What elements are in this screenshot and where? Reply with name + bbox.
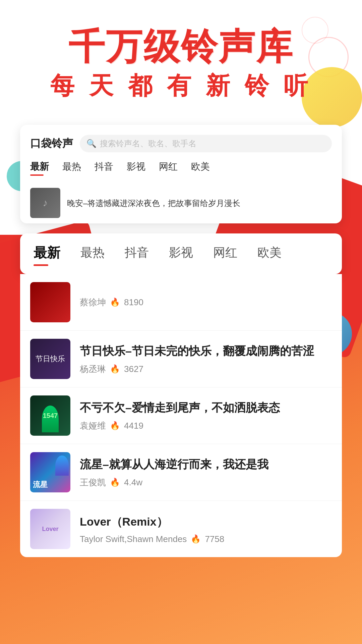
mini-album-art: ♪: [30, 188, 60, 218]
play-count: 8190: [124, 297, 143, 308]
tab-douyin[interactable]: 抖音: [125, 245, 149, 265]
album-art: Lover: [30, 509, 70, 549]
fire-icon: 🔥: [110, 478, 120, 487]
song-meta: 袁娅维 🔥 4419: [80, 420, 332, 432]
mini-app-card: 口袋铃声 🔍 搜索铃声名、歌名、歌手名 最新 最热 抖音 影视 网红 欧美 ♪ …: [20, 125, 342, 223]
play-count: 3627: [124, 364, 143, 374]
mini-song-preview: ♪ 晚安–将遗憾藏进深浓夜色，把故事留给岁月漫长: [30, 182, 332, 223]
tab-wanghong[interactable]: 网红: [213, 245, 237, 265]
song-item[interactable]: Lover Lover（Remix） Taylor Swift,Shawn Me…: [20, 501, 342, 557]
song-title: Lover（Remix）: [80, 514, 332, 530]
play-count: 7758: [205, 534, 224, 544]
hero-title: 千万级铃声库: [20, 27, 342, 67]
artist-name: Taylor Swift,Shawn Mendes: [80, 534, 187, 544]
song-list: 蔡徐坤 🔥 8190 节日快乐 节日快乐–节日未完的快乐，翻覆成闹腾的苦涩 杨丞…: [20, 274, 342, 557]
album-art: 节日快乐: [30, 339, 70, 379]
mini-tab-yingshi[interactable]: 影视: [127, 160, 145, 176]
album-art: 1547: [30, 395, 70, 436]
song-meta: Taylor Swift,Shawn Mendes 🔥 7758: [80, 534, 332, 544]
fire-icon: 🔥: [191, 534, 201, 544]
album-art: 流星: [30, 452, 70, 492]
song-item[interactable]: 节日快乐 节日快乐–节日未完的快乐，翻覆成闹腾的苦涩 杨丞琳 🔥 3627: [20, 331, 342, 387]
song-info: 不亏不欠–爱情走到尾声，不如洒脱表态 袁娅维 🔥 4419: [80, 400, 332, 432]
tab-yingshi[interactable]: 影视: [169, 245, 193, 265]
mini-tab-oumei[interactable]: 欧美: [191, 160, 210, 176]
song-item[interactable]: 蔡徐坤 🔥 8190: [20, 274, 342, 331]
tab-zuire[interactable]: 最热: [80, 245, 105, 265]
song-item[interactable]: 1547 不亏不欠–爱情走到尾声，不如洒脱表态 袁娅维 🔥 4419: [20, 387, 342, 444]
mini-tab-zuire[interactable]: 最热: [62, 160, 81, 176]
song-item[interactable]: 流星 流星–就算从人海逆行而来，我还是我 王俊凯 🔥 4.4w: [20, 444, 342, 501]
artist-name: 王俊凯: [80, 477, 106, 488]
song-info: 蔡徐坤 🔥 8190: [80, 297, 332, 308]
main-content: 千万级铃声库 每 天 都 有 新 铃 听 口袋铃声 🔍 搜索铃声名、歌名、歌手名…: [0, 0, 362, 557]
album-art: [30, 282, 70, 322]
artist-name: 袁娅维: [80, 420, 106, 432]
fire-icon: 🔥: [110, 421, 120, 430]
fire-icon: 🔥: [110, 364, 120, 374]
song-meta: 杨丞琳 🔥 3627: [80, 363, 332, 375]
song-info: Lover（Remix） Taylor Swift,Shawn Mendes 🔥…: [80, 514, 332, 544]
song-meta: 蔡徐坤 🔥 8190: [80, 297, 332, 308]
mini-header: 口袋铃声 🔍 搜索铃声名、歌名、歌手名: [30, 135, 332, 152]
artist-name: 杨丞琳: [80, 363, 106, 375]
song-title: 节日快乐–节日未完的快乐，翻覆成闹腾的苦涩: [80, 343, 332, 359]
main-nav-card: 最新 最热 抖音 影视 网红 欧美: [20, 233, 342, 274]
play-count: 4419: [124, 421, 143, 431]
mini-tabs: 最新 最热 抖音 影视 网红 欧美: [30, 160, 332, 176]
mini-song-info: 晚安–将遗憾藏进深浓夜色，把故事留给岁月漫长: [67, 198, 332, 209]
song-info: 节日快乐–节日未完的快乐，翻覆成闹腾的苦涩 杨丞琳 🔥 3627: [80, 343, 332, 375]
mini-tab-douyin[interactable]: 抖音: [95, 160, 113, 176]
mini-tab-wanghong[interactable]: 网红: [159, 160, 178, 176]
mini-logo: 口袋铃声: [30, 136, 73, 151]
mini-song-title: 晚安–将遗憾藏进深浓夜色，把故事留给岁月漫长: [67, 198, 332, 209]
mini-search-bar[interactable]: 🔍 搜索铃声名、歌名、歌手名: [80, 135, 332, 152]
song-meta: 王俊凯 🔥 4.4w: [80, 477, 332, 488]
main-tabs: 最新 最热 抖音 影视 网红 欧美: [34, 244, 328, 266]
tab-oumei[interactable]: 欧美: [257, 245, 282, 265]
song-title: 不亏不欠–爱情走到尾声，不如洒脱表态: [80, 400, 332, 416]
tab-zuixin[interactable]: 最新: [34, 244, 60, 266]
fire-icon: 🔥: [110, 298, 120, 307]
search-icon: 🔍: [86, 139, 97, 148]
artist-name: 蔡徐坤: [80, 297, 106, 308]
song-title: 流星–就算从人海逆行而来，我还是我: [80, 457, 332, 473]
mini-search-placeholder: 搜索铃声名、歌名、歌手名: [100, 138, 196, 149]
hero-section: 千万级铃声库 每 天 都 有 新 铃 听: [0, 0, 362, 115]
hero-subtitle: 每 天 都 有 新 铃 听: [20, 70, 342, 102]
play-count: 4.4w: [124, 477, 142, 488]
song-info: 流星–就算从人海逆行而来，我还是我 王俊凯 🔥 4.4w: [80, 457, 332, 488]
mini-tab-zuixin[interactable]: 最新: [30, 160, 49, 176]
